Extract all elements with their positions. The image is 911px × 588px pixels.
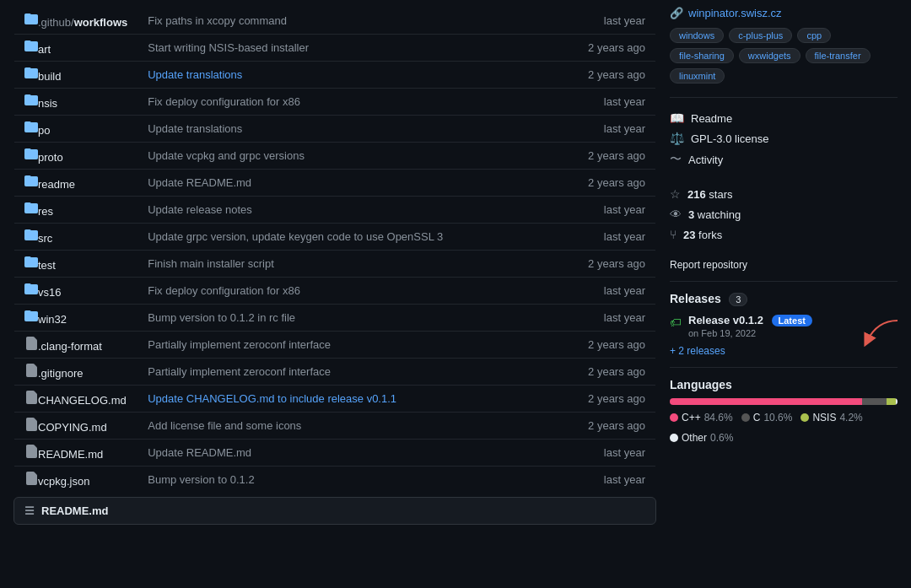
folder-icon <box>24 310 38 323</box>
side-nav-link[interactable]: ⚖️GPL-3.0 license <box>670 128 898 148</box>
time-cell: 2 years ago <box>578 62 655 89</box>
commit-cell: Update translations <box>137 62 578 89</box>
time-cell: last year <box>578 224 655 251</box>
folder-icon <box>24 283 38 296</box>
lang-dot <box>670 413 678 422</box>
file-name-link[interactable]: po <box>38 124 50 137</box>
time-cell: last year <box>578 8 655 35</box>
table-row: .clang-formatPartially implement zerocon… <box>14 332 656 359</box>
file-name-cell: win32 <box>14 305 138 332</box>
stat-link[interactable]: 👁3 watching <box>670 204 898 224</box>
topic-tag[interactable]: cpp <box>797 28 831 43</box>
side-panel: 🔗 winpinator.swisz.cz windowsc-plus-plus… <box>670 7 898 525</box>
table-row: protoUpdate vcpkg and grpc versions2 yea… <box>14 143 656 170</box>
commit-link[interactable]: Update CHANGELOG.md to include release v… <box>148 392 396 405</box>
table-row: testFinish main installer script2 years … <box>14 251 656 278</box>
releases-title-text: Releases 3 <box>670 292 747 305</box>
commit-cell: Finish main installer script <box>137 251 578 278</box>
release-date: on Feb 19, 2022 <box>688 328 812 338</box>
lang-name: C <box>753 412 761 423</box>
time-cell: last year <box>578 467 655 494</box>
folder-icon <box>24 175 38 188</box>
file-name-link[interactable]: src <box>38 232 52 245</box>
file-name-link[interactable]: vs16 <box>38 286 61 299</box>
file-name-cell: README.md <box>14 440 138 467</box>
table-row: nsisFix deploy configuration for x86last… <box>14 89 656 116</box>
file-name-cell: readme <box>14 170 138 197</box>
commit-link[interactable]: Update translations <box>148 68 242 81</box>
releases-header: Releases 3 <box>670 292 898 305</box>
lang-percent: 0.6% <box>710 432 733 444</box>
topic-tag[interactable]: file-transfer <box>806 48 871 63</box>
report-link[interactable]: Report repository <box>670 259 747 271</box>
releases-section: Releases 3 🏷 Release v0.1.2 Lat <box>670 292 898 357</box>
release-name-row: Release v0.1.2 Latest <box>688 314 812 326</box>
commit-cell: Update README.md <box>137 440 578 467</box>
topic-tag[interactable]: wxwidgets <box>739 48 800 63</box>
lang-name: NSIS <box>812 412 836 423</box>
release-item: 🏷 Release v0.1.2 Latest on Feb 19, 2022 <box>670 314 898 338</box>
file-name-link[interactable]: vcpkg.json <box>38 475 89 488</box>
topic-tag[interactable]: linuxmint <box>670 68 725 84</box>
file-name-link[interactable]: COPYING.md <box>38 421 107 434</box>
file-name-cell: nsis <box>14 89 138 116</box>
website-label: winpinator.swisz.cz <box>688 7 782 19</box>
side-nav-link[interactable]: 〜Activity <box>670 148 898 170</box>
lang-percent: 10.6% <box>763 412 792 423</box>
file-name-link[interactable]: art <box>38 43 51 56</box>
file-icon <box>24 364 38 377</box>
folder-icon <box>24 202 38 215</box>
topic-tag[interactable]: file-sharing <box>670 48 734 63</box>
releases-more-link[interactable]: + 2 releases <box>670 345 898 357</box>
topic-tag[interactable]: c-plus-plus <box>729 28 792 43</box>
commit-cell: Fix paths in xcopy command <box>137 8 578 35</box>
side-link-label: Activity <box>688 154 723 166</box>
file-name-link[interactable]: CHANGELOG.md <box>38 394 127 407</box>
time-cell: last year <box>578 116 655 143</box>
lang-label: C10.6% <box>741 412 793 423</box>
file-name-cell: COPYING.md <box>14 413 138 440</box>
file-name-link[interactable]: res <box>38 205 53 218</box>
file-name-link[interactable]: nsis <box>38 97 57 110</box>
file-name-link[interactable]: README.md <box>38 448 103 461</box>
table-row: artStart writing NSIS-based installer2 y… <box>14 35 656 62</box>
stat-link[interactable]: ☆216 stars <box>670 184 898 204</box>
time-cell: 2 years ago <box>578 170 655 197</box>
stat-link[interactable]: ⑂23 forks <box>670 224 898 245</box>
file-name-link[interactable]: readme <box>38 178 75 191</box>
fork-icon: ⑂ <box>670 228 677 241</box>
lang-bar-segment <box>862 398 887 405</box>
file-name-link[interactable]: build <box>38 70 61 83</box>
topic-tag[interactable]: windows <box>670 28 724 43</box>
website-link[interactable]: 🔗 winpinator.swisz.cz <box>670 7 898 19</box>
file-name-link[interactable]: win32 <box>38 313 67 326</box>
release-info: Release v0.1.2 Latest on Feb 19, 2022 <box>688 314 812 338</box>
folder-icon <box>24 256 38 269</box>
readme-icon: 📖 <box>670 111 684 125</box>
table-row: resUpdate release noteslast year <box>14 197 656 224</box>
lang-dot <box>670 434 678 442</box>
folder-icon <box>24 121 38 134</box>
readme-bar-label: README.md <box>41 504 108 517</box>
latest-badge: Latest <box>772 315 812 326</box>
languages-bar <box>670 398 898 405</box>
file-name-link[interactable]: .clang-format <box>38 340 102 353</box>
commit-cell: Fix deploy configuration for x86 <box>137 278 578 305</box>
file-icon <box>24 418 38 431</box>
links-section: 📖Readme⚖️GPL-3.0 license〜Activity <box>670 108 898 170</box>
time-cell: 2 years ago <box>578 251 655 278</box>
file-name-link[interactable]: test <box>38 259 56 272</box>
lang-bar-segment <box>896 398 898 405</box>
table-row: win32Bump version to 0.1.2 in rc filelas… <box>14 305 656 332</box>
commit-cell: Update README.md <box>137 170 578 197</box>
table-row: readmeUpdate README.md2 years ago <box>14 170 656 197</box>
time-cell: 2 years ago <box>578 143 655 170</box>
release-name-link[interactable]: Release v0.1.2 <box>688 314 763 326</box>
file-name-link[interactable]: .github/workflows <box>38 16 127 29</box>
lang-percent: 84.6% <box>704 412 733 423</box>
commit-cell: Update release notes <box>137 197 578 224</box>
side-nav-link[interactable]: 📖Readme <box>670 108 898 128</box>
file-name-link[interactable]: .gitignore <box>38 367 83 380</box>
file-name-cell: test <box>14 251 138 278</box>
file-name-link[interactable]: proto <box>38 151 63 164</box>
